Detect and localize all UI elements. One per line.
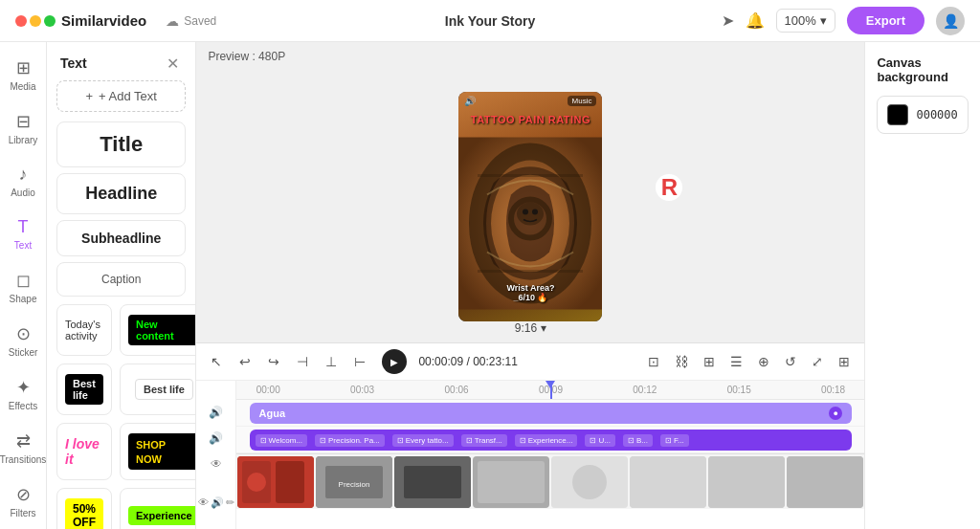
ruler-mark-6: 00:06 bbox=[445, 385, 469, 395]
cursor-tool-button[interactable]: ↖ bbox=[206, 351, 227, 372]
align-button[interactable]: ⊞ bbox=[699, 351, 720, 372]
sidebar-item-label: Media bbox=[10, 81, 35, 92]
template-i-love-it[interactable]: I love it bbox=[56, 423, 112, 480]
sidebar-item-filters[interactable]: ⊘ Filters bbox=[0, 476, 46, 526]
audio-volume-icon[interactable]: 🔊 bbox=[209, 406, 223, 419]
template-label: SHOP NOW bbox=[136, 439, 166, 465]
timeline-ruler: 00:00 00:03 00:06 00:09 00:12 00:15 00:1… bbox=[236, 381, 864, 400]
video-thumb-2[interactable]: Precision bbox=[316, 456, 392, 508]
track4-edit-icon[interactable]: ✏ bbox=[226, 496, 234, 509]
add-text-label: + Add Text bbox=[99, 89, 157, 103]
video-thumb-7[interactable] bbox=[708, 456, 785, 508]
zoom-selector[interactable]: 100% ▾ bbox=[776, 9, 835, 33]
audio-clip-icon: ● bbox=[829, 407, 842, 420]
sidebar-item-media[interactable]: ⊞ Media bbox=[0, 50, 46, 99]
panel-title: Text bbox=[60, 55, 87, 71]
list-button[interactable]: ☰ bbox=[725, 351, 747, 372]
ruler-mark-18: 00:18 bbox=[821, 385, 845, 395]
logo-circle-yellow bbox=[30, 15, 41, 27]
template-label: Experience bbox=[128, 506, 195, 525]
style-caption-item[interactable]: Caption bbox=[56, 262, 186, 297]
sidebar-item-shape[interactable]: ◻ Shape bbox=[0, 262, 46, 312]
icon-nav: ⊞ Media ⊟ Library ♪ Audio T Text ◻ Shape… bbox=[0, 42, 47, 529]
sidebar-item-audio[interactable]: ♪ Audio bbox=[0, 157, 46, 206]
style-subheadline-label: Subheadline bbox=[81, 231, 161, 246]
audio-track-button[interactable]: ⊡ bbox=[643, 351, 664, 372]
export-button[interactable]: Export bbox=[847, 7, 924, 34]
track4-eye-icon[interactable]: 👁 bbox=[198, 496, 209, 508]
video-thumb-6[interactable] bbox=[630, 456, 706, 508]
canvas-area: Preview : 480P 🔊 Music TATTOO PAIN RATIN… bbox=[196, 42, 864, 342]
aspect-chevron-icon: ▾ bbox=[541, 321, 546, 335]
sidebar-item-transitions[interactable]: ⇄ Transitions bbox=[0, 423, 46, 473]
video-thumb-4[interactable] bbox=[473, 456, 549, 508]
template-shop-now[interactable]: SHOP NOW bbox=[120, 423, 195, 480]
color-swatch bbox=[887, 104, 908, 125]
link-button[interactable]: ⛓ bbox=[670, 351, 693, 372]
audio-clip2[interactable]: ⊡ Welcom... ⊡ Precision. Pa... ⊡ Every t… bbox=[250, 430, 853, 451]
loop-button[interactable]: ↺ bbox=[780, 351, 801, 372]
send-icon[interactable]: ➤ bbox=[722, 11, 734, 30]
template-label: Today's activity bbox=[65, 319, 103, 342]
track3-eye-icon[interactable]: 👁 bbox=[211, 457, 222, 471]
right-panel: Canvas background 000000 bbox=[864, 42, 980, 529]
undo-button[interactable]: ↩ bbox=[234, 351, 256, 372]
template-best-life-dark[interactable]: Best life bbox=[56, 364, 112, 415]
watermark-icon: R bbox=[656, 174, 682, 201]
sidebar-item-effects[interactable]: ✦ Effects bbox=[0, 369, 46, 419]
sidebar-item-library[interactable]: ⊟ Library bbox=[0, 103, 46, 153]
video-preview[interactable]: 🔊 Music TATTOO PAIN RATING bbox=[458, 92, 602, 321]
add-text-button[interactable]: + + Add Text bbox=[56, 80, 186, 112]
panel-header: Text ✕ bbox=[47, 42, 195, 80]
video-track-row: Precision bbox=[236, 453, 864, 509]
split-end-button[interactable]: ⊢ bbox=[349, 351, 370, 372]
grid-layout-button[interactable]: ⊞ bbox=[834, 351, 855, 372]
template-experience[interactable]: Experience bbox=[120, 488, 195, 529]
video-thumb-5[interactable] bbox=[551, 456, 628, 508]
style-headline-item[interactable]: Headline bbox=[56, 173, 186, 214]
subtitle-clip: ⊡ F... bbox=[660, 434, 689, 447]
sidebar-item-label: Effects bbox=[9, 401, 37, 411]
canvas-container: 🔊 Music TATTOO PAIN RATING bbox=[196, 71, 864, 342]
style-title-item[interactable]: Title bbox=[56, 121, 186, 167]
svg-rect-23 bbox=[787, 456, 863, 508]
video-bottom-area-text: Wrist Area? bbox=[506, 283, 554, 293]
bell-icon[interactable]: 🔔 bbox=[746, 11, 765, 30]
video-top-bar: 🔊 Music bbox=[458, 92, 602, 110]
template-todays-activity[interactable]: Today's activity bbox=[56, 304, 112, 356]
video-thumb-8[interactable] bbox=[787, 456, 863, 508]
split-button[interactable]: ⊥ bbox=[321, 351, 342, 372]
track4-volume-icon[interactable]: 🔊 bbox=[211, 496, 224, 509]
sidebar-item-label: Sticker bbox=[9, 347, 38, 358]
playhead[interactable] bbox=[550, 381, 552, 399]
audio-clip[interactable]: Agua ● bbox=[250, 403, 853, 424]
svg-point-4 bbox=[523, 209, 528, 215]
style-subheadline-item[interactable]: Subheadline bbox=[56, 220, 186, 256]
play-button[interactable]: ▶ bbox=[382, 349, 407, 374]
video-thumb-3[interactable] bbox=[394, 456, 471, 508]
logo-circle-red bbox=[15, 15, 27, 27]
canvas-background-swatch[interactable]: 000000 bbox=[877, 96, 969, 134]
timeline-scroll[interactable]: 00:00 00:03 00:06 00:09 00:12 00:15 00:1… bbox=[236, 381, 864, 529]
svg-point-20 bbox=[572, 465, 607, 499]
svg-rect-10 bbox=[276, 461, 304, 503]
template-best-life-light[interactable]: Best life bbox=[120, 364, 195, 415]
svg-point-11 bbox=[247, 473, 266, 492]
redo-button[interactable]: ↪ bbox=[263, 351, 284, 372]
user-avatar[interactable]: 👤 bbox=[936, 7, 965, 35]
preview-label: Preview : 480P bbox=[196, 42, 864, 71]
sidebar-item-label: Transitions bbox=[0, 454, 46, 465]
expand-button[interactable]: ⤢ bbox=[807, 351, 828, 372]
template-50off[interactable]: 50% OFF bbox=[56, 488, 112, 529]
aspect-ratio-indicator[interactable]: 9:16 ▾ bbox=[515, 321, 546, 335]
panel-close-button[interactable]: ✕ bbox=[163, 54, 182, 73]
subtitle-clip: ⊡ Welcom... bbox=[256, 434, 307, 447]
topbar-right: ➤ 🔔 100% ▾ Export 👤 bbox=[722, 7, 965, 35]
track2-volume-icon[interactable]: 🔊 bbox=[209, 431, 223, 445]
zoom-fit-button[interactable]: ⊕ bbox=[753, 351, 774, 372]
template-new-content[interactable]: New content bbox=[120, 304, 195, 356]
split-start-button[interactable]: ⊣ bbox=[292, 351, 313, 372]
sidebar-item-sticker[interactable]: ⊙ Sticker bbox=[0, 316, 46, 365]
sidebar-item-text[interactable]: T Text bbox=[0, 209, 46, 258]
video-thumb-1[interactable] bbox=[237, 456, 314, 508]
